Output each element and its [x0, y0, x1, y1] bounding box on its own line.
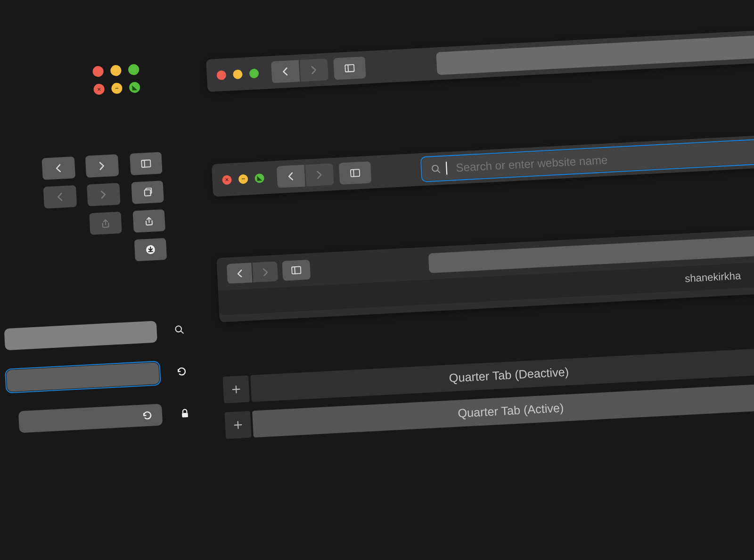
nav-forward-button-disabled — [300, 58, 328, 82]
nav-segment — [271, 58, 328, 83]
nav-forward-button[interactable] — [85, 154, 119, 178]
nav-back-button[interactable] — [277, 165, 305, 188]
safari-toolbar-default — [206, 26, 754, 92]
nav-segment — [227, 261, 278, 284]
chevron-right-icon — [310, 66, 319, 75]
sidebar-icon — [344, 64, 355, 73]
nav-segment — [277, 163, 334, 188]
nav-back-button[interactable] — [227, 263, 253, 284]
download-icon — [145, 245, 156, 255]
chevron-left-icon — [236, 269, 243, 278]
downloads-button[interactable] — [134, 238, 167, 262]
new-tab-button[interactable] — [222, 375, 249, 403]
sidebar-button[interactable] — [282, 260, 311, 281]
zoom-icon: ◣ — [257, 175, 262, 181]
sidebar-button[interactable] — [130, 152, 163, 175]
nav-forward-button-disabled — [87, 183, 121, 206]
nav-forward-button-disabled — [305, 163, 334, 186]
address-pill-reload[interactable] — [18, 404, 163, 433]
zoom-dot[interactable] — [128, 64, 139, 75]
sidebar-button[interactable] — [333, 57, 366, 80]
safari-toolbar-focused: × − ◣ — [212, 131, 754, 197]
share-icon — [144, 216, 154, 226]
sidebar-icon — [350, 168, 361, 178]
reload-icon[interactable] — [177, 366, 188, 378]
traffic-lights — [216, 68, 259, 80]
close-icon: × — [97, 86, 101, 92]
address-field-focused[interactable] — [422, 136, 754, 181]
zoom-dot[interactable]: ◣ — [254, 173, 264, 183]
tabs-icon — [142, 188, 153, 197]
share-button-disabled — [89, 212, 122, 235]
share-button[interactable] — [133, 209, 166, 233]
tab-label: Quarter Tab (Deactive) — [449, 365, 569, 385]
plus-icon — [233, 420, 243, 430]
address-field[interactable] — [436, 31, 754, 75]
close-dot[interactable]: × — [222, 175, 232, 185]
nav-forward-button-disabled — [252, 261, 278, 282]
nav-back-button-disabled — [43, 185, 77, 209]
safari-toolbar-inactive: shanekirkha — [216, 224, 754, 322]
nav-back-button[interactable] — [271, 60, 300, 83]
traffic-lights-hover: × − ◣ — [93, 82, 140, 95]
sidebar-icon — [291, 265, 302, 275]
minimize-dot[interactable]: − — [238, 174, 248, 184]
search-input[interactable] — [455, 140, 754, 175]
chevron-right-icon — [98, 161, 107, 171]
nav-back-button[interactable] — [42, 156, 76, 180]
search-icon — [431, 164, 441, 173]
sidebar-button[interactable] — [339, 161, 372, 185]
chevron-right-icon — [315, 170, 324, 180]
traffic-lights-hover: × − ◣ — [222, 173, 264, 185]
chevron-left-icon — [281, 67, 290, 76]
search-icon — [174, 325, 186, 336]
address-pill-focused[interactable] — [6, 362, 159, 392]
minimize-icon: − — [115, 85, 119, 91]
close-dot-hover[interactable]: × — [93, 83, 105, 95]
chevron-right-icon — [99, 190, 108, 199]
close-dot[interactable] — [216, 70, 226, 80]
chevron-left-icon — [54, 164, 63, 173]
chevron-left-icon — [56, 192, 65, 202]
zoom-icon: ◣ — [132, 84, 137, 91]
close-icon: × — [225, 177, 229, 183]
tabs-button[interactable] — [131, 181, 164, 204]
zoom-dot[interactable] — [249, 68, 259, 78]
sidebar-icon — [141, 159, 151, 168]
chevron-left-icon — [287, 172, 295, 181]
tab-label: Quarter Tab (Active) — [458, 401, 564, 420]
chevron-right-icon — [262, 268, 269, 276]
minimize-dot[interactable] — [110, 65, 122, 76]
new-tab-button[interactable] — [224, 411, 251, 439]
lock-icon — [180, 408, 190, 419]
reload-icon[interactable] — [142, 410, 153, 420]
minimize-icon: − — [241, 176, 245, 182]
text-caret — [446, 162, 448, 174]
traffic-lights-default — [92, 64, 139, 77]
share-icon — [101, 218, 110, 228]
tab-label: shanekirkha — [685, 270, 741, 284]
address-pill[interactable] — [4, 321, 157, 350]
zoom-dot-hover[interactable]: ◣ — [129, 82, 140, 93]
minimize-dot-hover[interactable]: − — [111, 82, 123, 94]
plus-icon — [231, 384, 241, 395]
minimize-dot[interactable] — [233, 69, 243, 79]
close-dot[interactable] — [92, 66, 104, 77]
